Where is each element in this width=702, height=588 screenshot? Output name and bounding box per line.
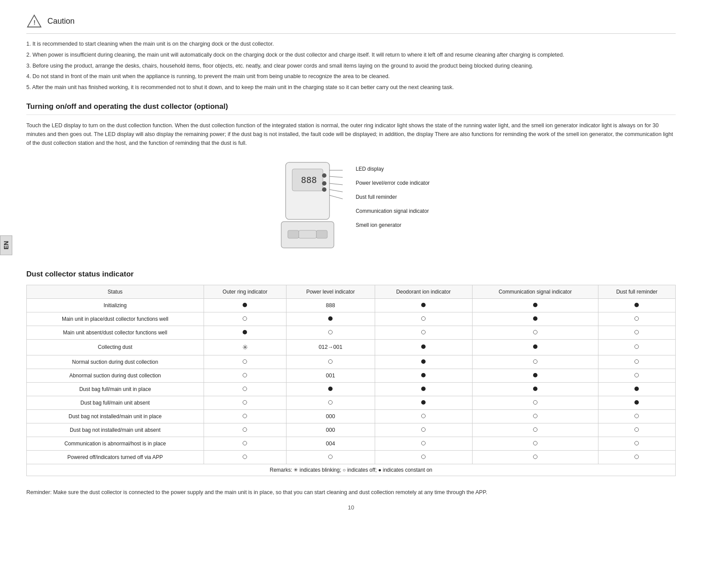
- empty-dot: [634, 316, 639, 321]
- status-cell: Dust bag not installed/main unit absent: [27, 423, 204, 437]
- diagram-label-smell: Smell ion generator: [356, 222, 430, 228]
- empty-dot: [634, 441, 639, 445]
- empty-dot: [243, 373, 247, 377]
- empty-dot: [634, 373, 639, 377]
- table-cell: [375, 369, 472, 382]
- diagram-label-comm: Communication signal indicator: [356, 208, 430, 214]
- filled-dot: [421, 400, 426, 405]
- filled-dot: [421, 344, 426, 349]
- status-cell: Main unit in place/dust collector functi…: [27, 312, 204, 326]
- svg-line-13: [330, 183, 343, 185]
- table-cell: 000: [287, 409, 375, 423]
- led-display-label: LED display: [356, 166, 384, 172]
- empty-dot: [533, 330, 537, 334]
- caution-list: 1. It is recommended to start cleaning w…: [26, 40, 676, 92]
- filled-dot: [243, 303, 247, 307]
- empty-dot: [421, 414, 426, 418]
- status-cell: Dust bag full/main unit in place: [27, 382, 204, 396]
- table-cell: 888: [287, 298, 375, 312]
- svg-rect-9: [316, 230, 327, 238]
- status-cell: Initializing: [27, 298, 204, 312]
- svg-point-5: [322, 181, 326, 186]
- empty-dot: [634, 455, 639, 459]
- table-cell: [472, 298, 598, 312]
- table-cell: [204, 450, 286, 464]
- table-row: Dust bag not installed/main unit in plac…: [27, 409, 676, 423]
- header-status: Status: [27, 285, 204, 298]
- svg-line-12: [330, 176, 343, 178]
- remarks-row: Remarks: ✳ indicates blinking; ○ indicat…: [27, 464, 676, 476]
- table-cell: [598, 355, 675, 369]
- diagram-labels: LED display Power level/error code indic…: [356, 158, 430, 228]
- svg-line-15: [330, 195, 343, 200]
- table-cell: [204, 369, 286, 382]
- svg-line-14: [330, 190, 343, 193]
- table-row: Dust bag not installed/main unit absent0…: [27, 423, 676, 437]
- table-cell: [375, 396, 472, 409]
- caution-item-5: 5. After the main unit has finished work…: [26, 83, 676, 92]
- table-cell: [598, 382, 675, 396]
- en-tab: EN: [0, 235, 12, 255]
- table-cell: [598, 437, 675, 450]
- blink-indicator: ✳: [242, 343, 248, 351]
- table-cell: [472, 437, 598, 450]
- table-cell: 004: [287, 437, 375, 450]
- device-illustration: 888: [272, 158, 343, 256]
- empty-dot: [421, 427, 426, 432]
- table-row: Main unit absent/dust collector function…: [27, 326, 676, 339]
- empty-dot: [421, 441, 426, 445]
- table-cell: [375, 382, 472, 396]
- table-cell: [375, 450, 472, 464]
- table-cell: [472, 450, 598, 464]
- table-cell: [375, 326, 472, 339]
- power-level-label: Power level/error code indicator: [356, 180, 430, 186]
- svg-rect-10: [299, 230, 316, 238]
- table-row: Dust bag full/main unit absent: [27, 396, 676, 409]
- empty-dot: [243, 427, 247, 432]
- filled-dot: [533, 373, 537, 377]
- status-cell: Communication is abnormal/host is in pla…: [27, 437, 204, 450]
- caution-title: Caution: [47, 17, 75, 26]
- empty-dot: [533, 400, 537, 405]
- header-deodorant: Deodorant ion indicator: [375, 285, 472, 298]
- empty-dot: [533, 441, 537, 445]
- table-cell: [598, 326, 675, 339]
- status-cell: Powered off/indicators turned off via AP…: [27, 450, 204, 464]
- diagram-label-led: LED display: [356, 166, 430, 172]
- table-cell: [598, 396, 675, 409]
- table-cell: [472, 423, 598, 437]
- empty-dot: [533, 414, 537, 418]
- table-cell: [204, 423, 286, 437]
- caution-header: ! Caution: [26, 13, 676, 34]
- table-row: Communication is abnormal/host is in pla…: [27, 437, 676, 450]
- table-row: Normal suction during dust collection: [27, 355, 676, 369]
- table-cell: [375, 355, 472, 369]
- header-power-level: Power level indicator: [287, 285, 375, 298]
- empty-dot: [634, 359, 639, 364]
- table-cell: [204, 298, 286, 312]
- table-cell: [598, 450, 675, 464]
- empty-dot: [328, 359, 333, 364]
- smell-ion-label: Smell ion generator: [356, 222, 401, 228]
- table-cell: [598, 369, 675, 382]
- table-cell: [287, 396, 375, 409]
- table-cell: [204, 312, 286, 326]
- table-cell: [598, 312, 675, 326]
- filled-dot: [421, 373, 426, 377]
- table-cell: [204, 326, 286, 339]
- filled-dot: [533, 344, 537, 349]
- empty-dot: [328, 330, 333, 334]
- table-cell: [375, 423, 472, 437]
- caution-item-3: 3. Before using the product, arrange the…: [26, 62, 676, 70]
- table-cell: [598, 423, 675, 437]
- table-cell: [287, 355, 375, 369]
- filled-dot: [328, 316, 333, 321]
- table-row: Initializing888: [27, 298, 676, 312]
- status-cell: Abnormal suction during dust collection: [27, 369, 204, 382]
- svg-text:888: 888: [301, 175, 317, 185]
- table-row: Main unit in place/dust collector functi…: [27, 312, 676, 326]
- filled-dot: [328, 387, 333, 391]
- table-cell: 000: [287, 423, 375, 437]
- empty-dot: [634, 330, 639, 334]
- header-dust-full: Dust full reminder: [598, 285, 675, 298]
